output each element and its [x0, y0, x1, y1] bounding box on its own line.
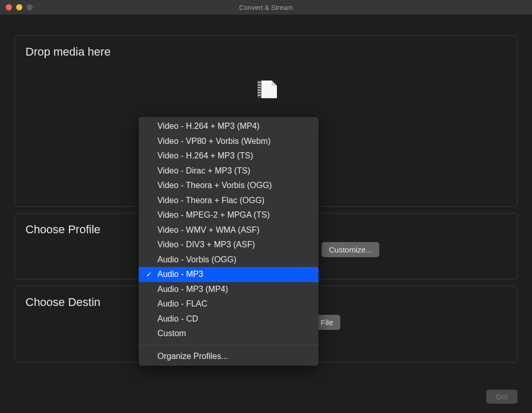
menu-item-profile[interactable]: Audio - Vorbis (OGG) [139, 252, 318, 268]
check-icon: ✓ [145, 270, 153, 278]
menu-item-profile[interactable]: ✓Audio - MP3 [139, 267, 318, 282]
profile-dropdown-menu: Video - H.264 + MP3 (MP4)Video - VP80 + … [139, 117, 318, 366]
svg-rect-0 [257, 81, 261, 98]
menu-item-label: Audio - MP3 [156, 270, 203, 279]
menu-organize-profiles[interactable]: Organize Profiles... [139, 349, 318, 364]
menu-separator [139, 345, 318, 345]
menu-item-profile[interactable]: Video - Dirac + MP3 (TS) [139, 164, 318, 179]
svg-rect-3 [258, 87, 259, 88]
menu-item-label: Video - Theora + Vorbis (OGG) [145, 181, 272, 190]
menu-item-profile[interactable]: Custom [139, 326, 318, 341]
svg-rect-7 [260, 82, 261, 83]
menu-item-profile[interactable]: Audio - CD [139, 312, 318, 327]
menu-item-profile[interactable]: Audio - FLAC [139, 297, 318, 312]
menu-item-label: Video - H.264 + MP3 (MP4) [145, 122, 260, 131]
menu-item-label: Video - DIV3 + MP3 (ASF) [145, 240, 255, 249]
menu-item-label: Video - Dirac + MP3 (TS) [145, 166, 250, 176]
svg-rect-5 [258, 92, 259, 94]
menu-item-label: Video - H.264 + MP3 (TS) [145, 151, 253, 161]
menu-item-label: Custom [145, 329, 186, 338]
menu-item-profile[interactable]: Video - MPEG-2 + MPGA (TS) [139, 208, 318, 223]
traffic-lights [0, 4, 33, 10]
close-window-button[interactable] [6, 4, 12, 10]
svg-rect-9 [260, 87, 261, 88]
maximize-window-button[interactable] [26, 4, 33, 10]
minimize-window-button[interactable] [16, 4, 22, 10]
customize-button[interactable]: Customize... [322, 242, 379, 257]
menu-item-label: Audio - FLAC [145, 299, 207, 309]
menu-item-profile[interactable]: Video - WMV + WMA (ASF) [139, 223, 318, 238]
svg-rect-2 [258, 84, 259, 86]
svg-rect-4 [258, 89, 259, 91]
titlebar: Convert & Stream [0, 0, 532, 15]
menu-item-label: Video - MPEG-2 + MPGA (TS) [145, 210, 270, 220]
svg-rect-10 [260, 89, 261, 91]
menu-item-profile[interactable]: Video - Theora + Vorbis (OGG) [139, 178, 318, 193]
menu-item-label: Video - WMV + WMA (ASF) [145, 225, 260, 235]
file-icon [252, 81, 280, 97]
svg-rect-11 [260, 92, 261, 94]
window-title: Convert & Stream [0, 4, 532, 11]
svg-rect-1 [258, 82, 259, 83]
menu-item-profile[interactable]: Video - Theora + Flac (OGG) [139, 193, 318, 208]
menu-item-label: Audio - CD [145, 314, 198, 324]
menu-item-profile[interactable]: Audio - MP3 (MP4) [139, 282, 318, 297]
menu-item-profile[interactable]: Video - H.264 + MP3 (MP4) [139, 119, 318, 134]
svg-rect-6 [258, 95, 259, 96]
menu-item-profile[interactable]: Video - DIV3 + MP3 (ASF) [139, 237, 318, 252]
menu-item-label: Video - VP80 + Vorbis (Webm) [145, 137, 271, 146]
menu-item-label: Audio - MP3 (MP4) [145, 285, 228, 294]
menu-item-label: Audio - Vorbis (OGG) [145, 255, 236, 264]
go-button[interactable]: Go! [486, 390, 517, 404]
svg-rect-12 [260, 95, 261, 96]
menu-item-profile[interactable]: Video - H.264 + MP3 (TS) [139, 149, 318, 164]
menu-item-label: Video - Theora + Flac (OGG) [145, 196, 264, 205]
drop-media-title: Drop media here [25, 45, 507, 59]
menu-item-profile[interactable]: Video - VP80 + Vorbis (Webm) [139, 134, 318, 149]
svg-rect-8 [260, 84, 261, 86]
